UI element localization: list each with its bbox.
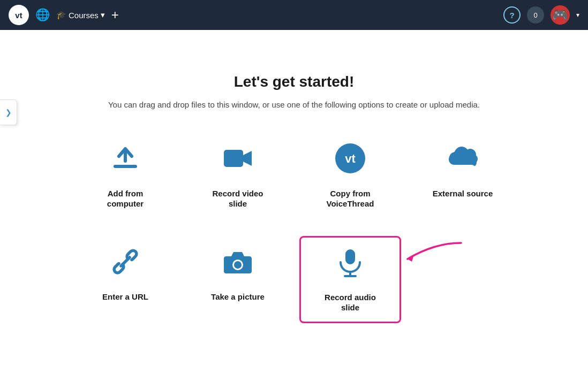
sidebar-toggle-button[interactable]: ❯	[0, 100, 17, 125]
option-record-audio-slide-label: Record audioslide	[325, 292, 376, 313]
globe-icon[interactable]: 🌐	[35, 8, 50, 22]
courses-menu[interactable]: 🎓 Courses ▾	[56, 10, 105, 20]
option-add-from-computer[interactable]: Add fromcomputer	[74, 133, 176, 219]
option-copy-from-voicethread[interactable]: vt Copy fromVoiceThread	[299, 133, 401, 219]
courses-icon: 🎓	[56, 10, 66, 20]
option-external-source[interactable]: External source	[412, 133, 514, 219]
option-take-a-picture-label: Take a picture	[211, 292, 265, 302]
page-title: Let's get started!	[74, 73, 514, 90]
options-grid: Add fromcomputer Record videoslide vt	[74, 133, 514, 323]
option-external-source-label: External source	[433, 188, 493, 199]
logo[interactable]: vt	[9, 5, 29, 25]
link-icon	[109, 246, 141, 284]
svg-rect-7	[345, 249, 355, 264]
avatar[interactable]: 🎮	[551, 5, 570, 25]
courses-label: Courses	[69, 11, 99, 20]
video-icon	[222, 142, 254, 181]
cloud-icon	[447, 142, 479, 181]
option-take-a-picture[interactable]: Take a picture	[187, 236, 289, 323]
option-record-video-slide[interactable]: Record videoslide	[187, 133, 289, 219]
main-content: ❯ Let's get started! You can drag and dr…	[0, 30, 588, 366]
page-subtitle: You can drag and drop files to this wind…	[74, 100, 514, 109]
avatar-image: 🎮	[552, 7, 568, 22]
option-record-audio-slide[interactable]: Record audioslide	[299, 236, 401, 323]
notifications-button[interactable]: 0	[527, 6, 544, 24]
arrow-annotation	[402, 238, 466, 270]
svg-text:vt: vt	[345, 152, 356, 165]
svg-rect-2	[224, 150, 243, 167]
option-copy-from-voicethread-label: Copy fromVoiceThread	[327, 188, 374, 209]
svg-point-6	[234, 261, 242, 269]
svg-rect-0	[114, 165, 137, 168]
content-wrapper: Let's get started! You can drag and drop…	[53, 73, 535, 323]
camera-icon	[222, 246, 254, 284]
option-enter-a-url-label: Enter a URL	[102, 292, 148, 302]
upload-icon	[109, 142, 141, 181]
avatar-chevron-icon[interactable]: ▾	[576, 11, 579, 19]
option-enter-a-url[interactable]: Enter a URL	[74, 236, 176, 323]
help-button[interactable]: ?	[503, 6, 521, 24]
microphone-icon	[334, 246, 366, 285]
option-record-video-slide-label: Record videoslide	[212, 188, 263, 209]
chevron-right-icon: ❯	[5, 108, 12, 117]
add-button[interactable]: +	[111, 7, 119, 22]
navbar: vt 🌐 🎓 Courses ▾ + ? 0 🎮 ▾	[0, 0, 588, 30]
option-add-from-computer-label: Add fromcomputer	[107, 188, 144, 209]
courses-chevron-icon: ▾	[101, 10, 105, 20]
voicethread-icon: vt	[334, 142, 366, 181]
